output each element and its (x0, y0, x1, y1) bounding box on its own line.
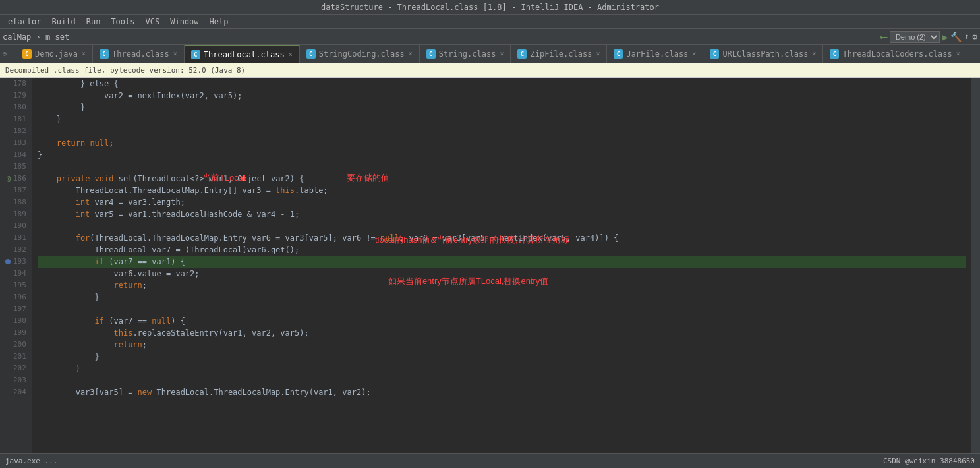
gutter-line: 192 (3, 244, 26, 256)
menu-bar: efactor Build Run Tools VCS Window Help (0, 15, 980, 29)
gutter-line: 197 (3, 303, 26, 315)
tab-label-stringcoding-class: StringCoding.class (319, 49, 405, 59)
menu-tools[interactable]: Tools (105, 16, 140, 28)
gutter-line: 180 (3, 102, 26, 113)
code-line: if (var7 == var1) { (38, 256, 966, 268)
line-number: 178 (13, 78, 26, 90)
warning-bar: Decompiled .class file, bytecode version… (0, 63, 980, 78)
demo-select[interactable]: Demo (2) (890, 31, 940, 43)
menu-window[interactable]: Window (165, 16, 204, 28)
code-line: int var5 = var1.threadLocalHashCode & va… (38, 208, 966, 220)
line-number: 182 (13, 125, 26, 137)
gutter-line: 183 (3, 137, 26, 149)
menu-build[interactable]: Build (47, 16, 81, 28)
tab-close-urlclasspath-class[interactable]: × (812, 50, 816, 57)
code-line: return null; (38, 137, 966, 149)
bookmark-icon (5, 259, 11, 264)
code-line (38, 220, 966, 232)
tab-icon-demo-java: C (22, 49, 32, 59)
line-number: 196 (13, 291, 26, 303)
tab-close-zipfile-class[interactable]: × (596, 50, 600, 57)
tab-close-threadlocalcoders-class[interactable]: × (956, 50, 960, 57)
line-number: 201 (13, 351, 26, 363)
tab-string-class[interactable]: CString.class× (420, 45, 511, 63)
line-number: 199 (13, 327, 26, 339)
code-line: ThreadLocal.ThreadLocalMap.Entry[] var3 … (38, 185, 966, 196)
tab-icon-string-class: C (426, 49, 436, 59)
gutter-line: 187 (3, 185, 26, 196)
update-button[interactable]: ⬆ (964, 32, 969, 42)
code-line: return; (38, 279, 966, 291)
gutter-line: @186 (3, 173, 26, 185)
code-line: } (38, 102, 966, 113)
line-number: 194 (13, 268, 26, 279)
tab-demo-java[interactable]: CDemo.java× (16, 45, 93, 63)
tab-bar-nav: ⊖ (0, 50, 16, 57)
nav-arrow[interactable]: ⟵ (880, 30, 887, 43)
breadcrumb-area: calMap › m set (3, 32, 69, 42)
gutter-line: 195 (3, 279, 26, 291)
tab-urlclasspath-class[interactable]: CURLClassPath.class× (703, 45, 823, 63)
tab-icon-stringcoding-class: C (306, 49, 316, 59)
line-number: 198 (13, 315, 26, 327)
code-line: this.replaceStaleEntry(var1, var2, var5)… (38, 327, 966, 339)
tab-label-jarfile-class: JarFile.class (626, 49, 688, 59)
tab-stringcoding-class[interactable]: CStringCoding.class× (300, 45, 420, 63)
tab-close-threadlocal-class[interactable]: × (289, 51, 293, 58)
code-line: } (38, 149, 966, 161)
settings-button[interactable]: ⚙ (972, 32, 977, 42)
menu-help[interactable]: Help (204, 16, 234, 28)
gutter-line: 189 (3, 208, 26, 220)
line-number: 193 (13, 256, 26, 268)
code-line (38, 303, 966, 315)
gutter-line: 196 (3, 291, 26, 303)
gutter-line: 199 (3, 327, 26, 339)
code-line: ThreadLocal var7 = (ThreadLocal)var6.get… (38, 244, 966, 256)
line-number: 183 (13, 137, 26, 149)
tab-label-threadlocal-class: ThreadLocal.class (204, 50, 285, 59)
code-line: } (38, 363, 966, 374)
gutter-line: 191 (3, 232, 26, 244)
tab-bar: ⊖ CDemo.java×CThread.class×CThreadLocal.… (0, 45, 980, 63)
gutter-line: 202 (3, 363, 26, 374)
menu-run[interactable]: Run (81, 16, 106, 28)
code-line: return; (38, 339, 966, 351)
nav-right-area: ⟵ Demo (2) ▶ 🔨 ⬆ ⚙ (880, 30, 977, 43)
gutter-line: 178 (3, 78, 26, 90)
tab-close-jarfile-class[interactable]: × (692, 50, 696, 57)
line-number: 187 (13, 185, 26, 196)
tab-close-stringcoding-class[interactable]: × (409, 50, 413, 57)
gutter-line: 190 (3, 220, 26, 232)
code-line (38, 374, 966, 386)
scrollbar[interactable] (971, 78, 980, 453)
tab-threadlocal-class[interactable]: CThreadLocal.class× (185, 45, 300, 63)
code-line: var2 = nextIndex(var2, var5); (38, 90, 966, 102)
gutter-line: 188 (3, 196, 26, 208)
at-marker-icon: @ (7, 173, 11, 185)
tab-icon-thread-class: C (100, 49, 109, 59)
tab-threadlocalcoders-class[interactable]: CThreadLocalCoders.class× (823, 45, 967, 63)
code-area[interactable]: } else { var2 = nextIndex(var2, var5); }… (32, 78, 971, 453)
breadcrumb: calMap › m set (3, 32, 69, 42)
gutter-line: 184 (3, 149, 26, 161)
menu-vcs[interactable]: VCS (140, 16, 165, 28)
code-line: } (38, 113, 966, 125)
tab-close-string-class[interactable]: × (500, 50, 504, 57)
code-line (38, 161, 966, 173)
tab-jarfile-class[interactable]: CJarFile.class× (607, 45, 703, 63)
line-number: 189 (13, 208, 26, 220)
line-number: 195 (13, 279, 26, 291)
code-line: var3[var5] = new ThreadLocal.ThreadLocal… (38, 386, 966, 398)
tab-thread-class[interactable]: CThread.class× (93, 45, 185, 63)
run-button[interactable]: ▶ (942, 32, 948, 42)
tab-close-demo-java[interactable]: × (82, 50, 86, 57)
tab-close-thread-class[interactable]: × (173, 50, 177, 57)
line-number: 184 (13, 149, 26, 161)
line-number: 180 (13, 102, 26, 113)
code-line: for(ThreadLocal.ThreadLocalMap.Entry var… (38, 232, 966, 244)
tab-label-zipfile-class: ZipFile.class (530, 49, 592, 59)
menu-efactor[interactable]: efactor (3, 16, 47, 28)
build-button[interactable]: 🔨 (950, 32, 962, 42)
tab-zipfile-class[interactable]: CZipFile.class× (511, 45, 607, 63)
line-number: 202 (13, 363, 26, 374)
